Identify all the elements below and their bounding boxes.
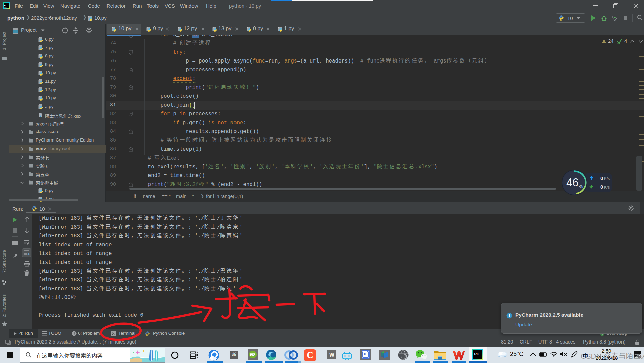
svg-text:0: 0 — [600, 184, 603, 190]
svg-text:46: 46 — [566, 176, 579, 189]
svg-text:</>: </> — [251, 354, 255, 357]
svg-text:0: 0 — [600, 175, 603, 181]
svg-text:%: % — [579, 184, 583, 189]
svg-text:K/s: K/s — [604, 185, 610, 190]
svg-text:K/s: K/s — [604, 176, 610, 181]
svg-text:PC: PC — [4, 4, 7, 7]
svg-text:PC: PC — [474, 352, 479, 356]
